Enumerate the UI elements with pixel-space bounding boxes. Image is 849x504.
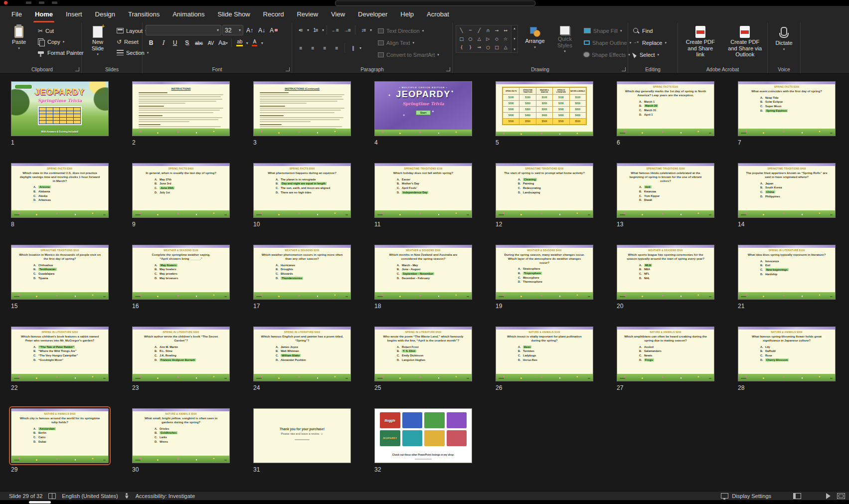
- shape-fill-button[interactable]: Shape Fill▾: [582, 25, 633, 36]
- shape-icon[interactable]: ─: [466, 26, 475, 35]
- slide-thumbnail-8[interactable]: SPRING FACTS $300Which state in the cont…: [11, 163, 109, 218]
- slide-thumbnail-1[interactable]: JEOPARDYSpringtime TriviaWith Answers & …: [11, 81, 109, 136]
- create-pdf-share-outlook-button[interactable]: Create PDF and Share via Outlook: [726, 25, 765, 59]
- shape-icon[interactable]: □: [493, 43, 502, 51]
- increase-indent-button[interactable]: →≡: [341, 25, 352, 35]
- drawing-dialog-launcher[interactable]: [622, 67, 626, 71]
- scroll-up-icon[interactable]: ▴: [513, 26, 515, 30]
- slide-thumbnail-13[interactable]: SPRINGTIME TRADITIONS $300What famous Hi…: [617, 163, 714, 218]
- ribbon-tab-help[interactable]: Help: [394, 6, 420, 22]
- shape-icon[interactable]: ↔: [501, 26, 510, 35]
- font-size-combo[interactable]: 32▾: [222, 25, 243, 35]
- slide-thumbnail-6[interactable]: SPRING FACTS $100Which day generally mar…: [617, 81, 714, 136]
- display-settings-button[interactable]: Display Settings: [732, 493, 771, 499]
- slide-thumbnail-7[interactable]: SPRING FACTS $200What event coincides wi…: [738, 81, 836, 136]
- shape-icon[interactable]: △: [501, 43, 510, 51]
- shape-effects-button[interactable]: Shape Effects▾: [582, 49, 633, 60]
- slide-thumbnail-31[interactable]: Thank you for your purchase!Please rate …: [253, 408, 351, 463]
- slide-thumbnail-2[interactable]: INSTRUCTIONS: [132, 81, 230, 136]
- shape-icon[interactable]: →: [493, 26, 502, 35]
- shape-icon[interactable]: ╱: [475, 26, 484, 35]
- slide-thumbnail-10[interactable]: SPRING FACTS $500What phenomenon happens…: [253, 163, 351, 218]
- slide-thumbnail-19[interactable]: WEATHER & SEASONS $400During the spring …: [496, 245, 593, 300]
- ribbon-tab-review[interactable]: Review: [290, 6, 325, 22]
- slide-thumbnail-4[interactable]: • MULTIPLE CHOICE EDITION •JEOPARDYSprin…: [374, 81, 472, 136]
- new-slide-button[interactable]: New Slide ▾: [85, 25, 111, 57]
- arrange-button[interactable]: Arrange ▾: [522, 25, 548, 50]
- align-right-button[interactable]: ≡: [319, 43, 330, 53]
- shape-icon[interactable]: ○: [466, 35, 475, 43]
- slide-thumbnail-23[interactable]: SPRING IN LITERATURE $300Which author wr…: [132, 327, 230, 381]
- ribbon-tab-home[interactable]: Home: [28, 6, 59, 22]
- slide-thumbnail-11[interactable]: SPRINGTIME TRADITIONS $100Which holiday …: [374, 163, 472, 218]
- save-icon[interactable]: [39, 1, 44, 4]
- decrease-indent-button[interactable]: ←≡: [330, 25, 340, 35]
- font-color-button[interactable]: A: [249, 38, 260, 48]
- line-spacing-button[interactable]: ↕≡: [358, 25, 369, 35]
- shape-icon[interactable]: ╲: [457, 26, 466, 35]
- align-text-button[interactable]: Align Text▾: [376, 37, 441, 48]
- slide-thumbnail-5[interactable]: SPRING FACTSSPRINGTIME TRADITIONSWEATHER…: [496, 81, 593, 136]
- scroll-down-icon[interactable]: ▾: [513, 37, 515, 41]
- slideshow-view-button[interactable]: [826, 493, 831, 499]
- fit-to-window-button[interactable]: [837, 493, 845, 499]
- shapes-gallery-scrollbar[interactable]: ▴ ▾ ▾: [511, 25, 518, 53]
- copy-button[interactable]: Copy▾: [36, 36, 86, 47]
- font-dialog-launcher[interactable]: [286, 67, 290, 71]
- increase-font-size-button[interactable]: A↑: [244, 25, 255, 35]
- gallery-more-icon[interactable]: ▾: [513, 47, 515, 51]
- align-center-button[interactable]: ≡: [307, 43, 318, 53]
- columns-button[interactable]: ∥: [347, 43, 358, 53]
- slide-thumbnail-28[interactable]: NATURE & ANIMALS $300What famous spring-…: [738, 327, 836, 381]
- slide-thumbnail-25[interactable]: SPRING IN LITERATURE $500Who wrote the p…: [374, 327, 472, 381]
- shape-icon[interactable]: }: [466, 43, 475, 51]
- ribbon-tab-record[interactable]: Record: [257, 6, 291, 22]
- slide-thumbnail-12[interactable]: SPRINGTIME TRADITIONS $200The start of s…: [496, 163, 593, 218]
- justify-button[interactable]: ≡: [331, 43, 342, 53]
- slide-thumbnail-9[interactable]: SPRING FACTS $400In general, when is usu…: [132, 163, 230, 218]
- italic-button[interactable]: I: [158, 38, 169, 48]
- text-highlight-color-button[interactable]: ab: [234, 38, 245, 48]
- ribbon-tab-acrobat[interactable]: Acrobat: [420, 6, 456, 22]
- ribbon-tab-developer[interactable]: Developer: [351, 6, 394, 22]
- shape-icon[interactable]: ⇒: [475, 43, 484, 51]
- decrease-font-size-button[interactable]: A↓: [256, 25, 267, 35]
- slide-thumbnail-32[interactable]: BoggleJEOPARDYCheck out these other Powe…: [374, 408, 472, 463]
- slide-thumbnail-21[interactable]: SPRING IN LITERATURE $100What idea does …: [738, 245, 836, 300]
- replace-button[interactable]: →≡Replace▾: [631, 37, 675, 48]
- shapes-gallery[interactable]: ╲─╱∩→↔□○△▷◇☆{}⇒○□△: [456, 25, 511, 53]
- ribbon-tab-view[interactable]: View: [325, 6, 351, 22]
- spellcheck-icon[interactable]: [48, 493, 56, 499]
- dictate-button[interactable]: Dictate ▾: [771, 25, 797, 52]
- create-pdf-share-link-button[interactable]: Create PDF and Share link: [681, 25, 720, 59]
- quick-styles-button[interactable]: Quick Styles ▾: [552, 25, 578, 54]
- slide-thumbnail-14[interactable]: SPRINGTIME TRADITIONS $400The popular fr…: [738, 163, 836, 218]
- shape-outline-button[interactable]: Shape Outline▾: [582, 37, 633, 48]
- format-painter-button[interactable]: Format Painter: [36, 47, 86, 58]
- slide-thumbnail-18[interactable]: WEATHER & SEASONS $300Which months in Ne…: [374, 245, 472, 300]
- start-button[interactable]: Start: [416, 110, 431, 115]
- shape-icon[interactable]: ∩: [484, 26, 493, 35]
- shape-icon[interactable]: □: [457, 35, 466, 43]
- find-button[interactable]: Find: [631, 25, 675, 36]
- bullets-button[interactable]: •≡: [295, 25, 306, 35]
- shape-icon[interactable]: ◇: [493, 35, 502, 43]
- slide-thumbnail-22[interactable]: SPRING IN LITERATURE $200Which famous ch…: [11, 327, 109, 381]
- convert-to-smartart-button[interactable]: Convert to SmartArt▾: [376, 49, 441, 60]
- numbering-button[interactable]: 1≡: [310, 25, 321, 35]
- cut-button[interactable]: ✂Cut: [36, 25, 86, 36]
- language-status[interactable]: English (United States): [62, 493, 118, 499]
- shape-icon[interactable]: ☆: [501, 35, 510, 43]
- character-spacing-button[interactable]: AV: [205, 38, 216, 48]
- slide-thumbnail-17[interactable]: WEATHER & SEASONS $200Which weather phen…: [253, 245, 351, 300]
- shape-icon[interactable]: {: [457, 43, 466, 51]
- ribbon-tab-insert[interactable]: Insert: [59, 6, 89, 22]
- shape-icon[interactable]: ▷: [484, 35, 493, 43]
- align-left-button[interactable]: ≡: [295, 43, 306, 53]
- autosave-icon[interactable]: [26, 1, 31, 4]
- clipboard-dialog-launcher[interactable]: [75, 67, 79, 71]
- clear-formatting-button[interactable]: A: [268, 25, 279, 35]
- shape-icon[interactable]: △: [475, 35, 484, 43]
- normal-view-button[interactable]: [793, 493, 801, 499]
- change-case-button[interactable]: Aa▾: [217, 38, 229, 48]
